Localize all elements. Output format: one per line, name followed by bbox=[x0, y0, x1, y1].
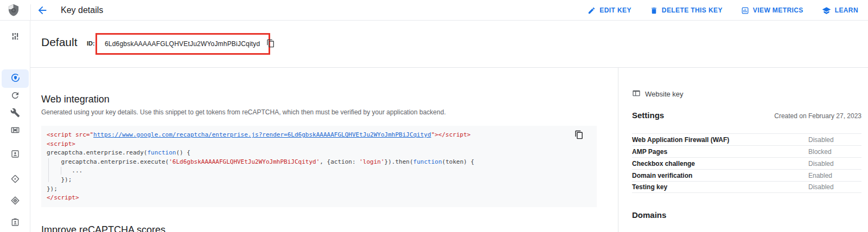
code-text: }); bbox=[47, 176, 72, 183]
sidebar-item-dashboard[interactable] bbox=[0, 28, 30, 46]
graduation-cap-icon bbox=[822, 6, 831, 15]
header-divider bbox=[30, 4, 31, 21]
badge-person-icon bbox=[10, 217, 20, 229]
code-text: function bbox=[147, 149, 176, 156]
dashboard-bars-icon bbox=[10, 31, 20, 43]
setting-label: AMP Pages bbox=[632, 148, 808, 156]
contact-card-icon bbox=[10, 149, 20, 160]
copy-snippet-button[interactable] bbox=[575, 130, 584, 141]
recaptcha-shield-logo-icon bbox=[7, 3, 21, 17]
recaptcha-key-details-page: Key details EDIT KEY DELETE THIS KEY bbox=[0, 0, 868, 232]
header-actions: EDIT KEY DELETE THIS KEY VIEW METRICS bbox=[588, 0, 858, 21]
code-text: , {action: bbox=[320, 158, 359, 165]
code-script-url: https://www.google.com/recaptcha/enterpr… bbox=[93, 131, 431, 138]
setting-row: Domain verification Enabled bbox=[632, 169, 861, 181]
delete-key-button[interactable]: DELETE THIS KEY bbox=[650, 7, 723, 15]
layered-diamond-icon bbox=[10, 196, 20, 207]
edit-key-label: EDIT KEY bbox=[599, 7, 631, 14]
sidebar-item-badge[interactable] bbox=[0, 214, 30, 231]
page-title: Key details bbox=[61, 5, 103, 15]
arrow-back-icon bbox=[36, 10, 48, 18]
code-text: <script src=" bbox=[47, 131, 93, 138]
code-text: }).then( bbox=[385, 158, 413, 165]
code-action-string: 'login' bbox=[359, 158, 384, 165]
sidebar-item-keys[interactable] bbox=[0, 70, 30, 87]
copy-icon bbox=[575, 133, 584, 141]
web-integration-description: Generated using your key details. Use th… bbox=[41, 108, 446, 116]
app-header: Key details EDIT KEY DELETE THIS KEY bbox=[0, 0, 868, 21]
view-metrics-button[interactable]: VIEW METRICS bbox=[741, 7, 803, 15]
delete-key-label: DELETE THIS KEY bbox=[662, 7, 723, 14]
filmstrip-icon bbox=[10, 125, 20, 137]
code-text: grecaptcha.enterprise.execute( bbox=[47, 158, 169, 165]
key-type: Website key bbox=[632, 89, 684, 99]
code-line: grecaptcha.enterprise.ready(function() { bbox=[47, 149, 591, 158]
code-line: <script src="https://www.google.com/reca… bbox=[47, 131, 591, 140]
setting-row: Testing key Disabled bbox=[632, 181, 861, 193]
code-key-string: '6Ld6gbskAAAAAFGLQHVEtJu2WYoJmhPBiJCqity… bbox=[169, 158, 320, 165]
code-line: }); bbox=[47, 185, 591, 194]
code-text: () { bbox=[176, 149, 190, 156]
setting-row: Web Application Firewall (WAF) Disabled bbox=[632, 133, 861, 145]
setting-label: Domain verification bbox=[632, 172, 808, 179]
learn-label: LEARN bbox=[835, 7, 858, 14]
sidebar-item-contact-card[interactable] bbox=[0, 146, 30, 163]
setting-value: Disabled bbox=[808, 136, 834, 144]
sidebar-item-settings[interactable] bbox=[0, 105, 30, 122]
setting-row: Checkbox challenge Disabled bbox=[632, 157, 861, 169]
sidebar-item-deploy[interactable] bbox=[0, 171, 30, 188]
sidebar-item-media[interactable] bbox=[0, 122, 30, 139]
copy-icon bbox=[266, 39, 275, 49]
sidebar bbox=[0, 21, 30, 232]
setting-value: Enabled bbox=[808, 172, 832, 179]
setting-value: Disabled bbox=[808, 160, 834, 167]
setting-value: Blocked bbox=[808, 148, 832, 156]
trash-icon bbox=[650, 7, 658, 15]
website-window-icon bbox=[632, 89, 641, 99]
setting-label: Web Application Firewall (WAF) bbox=[632, 136, 808, 144]
code-line: ... bbox=[47, 166, 591, 176]
bar-chart-icon bbox=[741, 7, 749, 15]
indent-guide bbox=[61, 167, 61, 175]
key-id-value: 6Ld6gbskAAAAAFGLQHVEtJu2WYoJmhPBiJCqityd bbox=[105, 40, 260, 48]
key-name: Default bbox=[41, 36, 78, 49]
panel-divider bbox=[618, 68, 618, 232]
key-type-label: Website key bbox=[645, 90, 684, 98]
edit-key-button[interactable]: EDIT KEY bbox=[588, 7, 631, 15]
code-text: <script> bbox=[47, 140, 75, 147]
created-date: Created on February 27, 2023 bbox=[774, 112, 861, 120]
code-text: (token) { bbox=[442, 158, 475, 165]
code-text: function bbox=[413, 158, 442, 165]
wrench-icon bbox=[10, 108, 20, 119]
code-line: }); bbox=[47, 176, 591, 185]
key-id-highlight-box: 6Ld6gbskAAAAAFGLQHVEtJu2WYoJmhPBiJCqityd bbox=[95, 33, 270, 55]
code-text: </script> bbox=[47, 194, 79, 201]
view-metrics-label: VIEW METRICS bbox=[753, 7, 803, 14]
back-button[interactable] bbox=[36, 4, 49, 17]
code-snippet: <script src="https://www.google.com/reca… bbox=[41, 126, 597, 207]
code-line: </script> bbox=[47, 194, 591, 203]
code-text: "></script> bbox=[431, 131, 471, 138]
sidebar-item-layers[interactable] bbox=[0, 192, 30, 210]
key-id-label: ID: bbox=[87, 40, 95, 47]
code-text: ... bbox=[47, 167, 82, 174]
settings-title: Settings bbox=[632, 111, 664, 120]
settings-header: Settings Created on February 27, 2023 bbox=[632, 111, 861, 120]
indent-guide bbox=[48, 158, 49, 182]
sync-refresh-icon bbox=[10, 91, 20, 102]
code-line: grecaptcha.enterprise.execute('6Ld6gbskA… bbox=[47, 158, 591, 167]
copy-key-id-button[interactable] bbox=[266, 39, 275, 49]
deploy-diamond-icon bbox=[10, 174, 20, 185]
learn-button[interactable]: LEARN bbox=[822, 6, 858, 15]
setting-row: AMP Pages Blocked bbox=[632, 145, 861, 157]
sidebar-item-sync[interactable] bbox=[0, 87, 30, 105]
pencil-icon bbox=[588, 7, 596, 15]
setting-label: Testing key bbox=[632, 183, 808, 191]
domains-title: Domains bbox=[632, 210, 666, 220]
code-text: }); bbox=[47, 185, 58, 192]
code-text: grecaptcha.enterprise.ready( bbox=[47, 149, 147, 156]
content-divider bbox=[30, 67, 868, 68]
recaptcha-key-shield-icon bbox=[10, 73, 21, 85]
next-section-title: Improve reCAPTCHA scores bbox=[41, 224, 165, 232]
setting-value: Disabled bbox=[808, 183, 834, 191]
